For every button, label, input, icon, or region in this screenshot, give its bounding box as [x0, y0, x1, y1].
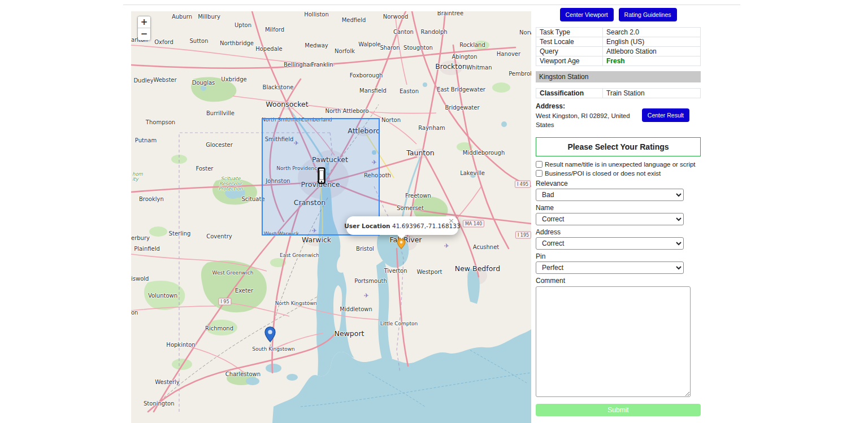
table-row: Task Type Search 2.0: [536, 28, 701, 37]
phone-marker-icon[interactable]: [318, 167, 326, 184]
map-place-label: Sharon: [380, 45, 400, 51]
map-place-label: Brooklyn: [139, 196, 164, 202]
map-place-label: Portsmouth: [354, 278, 387, 284]
map-place-label: Taunton: [406, 149, 435, 157]
result-pin-marker[interactable]: [264, 326, 276, 342]
map-place-label: iswold: [131, 276, 149, 282]
rating-guidelines-button[interactable]: Rating Guidelines: [619, 8, 677, 21]
map-place-label: Fall River: [389, 236, 422, 244]
address-select[interactable]: Correct: [536, 237, 684, 250]
zoom-out-button[interactable]: −: [138, 28, 150, 40]
map-place-label: ity: [132, 176, 138, 182]
name-label: Name: [536, 204, 701, 212]
map-place-label: Uxbridge: [221, 76, 246, 82]
map-place-label: Rockland: [459, 42, 485, 48]
map-place-label: Charlestown: [225, 371, 261, 377]
map-place-label: Pembrok: [509, 71, 531, 77]
table-row: Test Locale English (US): [536, 37, 701, 47]
road-shield-label: I 195: [515, 232, 531, 239]
comment-textarea[interactable]: [536, 286, 691, 397]
closed-poi-checkbox[interactable]: [536, 170, 542, 177]
table-row: Viewport Age Fresh: [536, 56, 701, 66]
map-place-label: Franklin: [311, 62, 333, 68]
center-viewport-button[interactable]: Center Viewport: [560, 8, 614, 21]
map-place-label: New Bedford: [455, 264, 500, 273]
map-place-label: Norfolk: [335, 48, 355, 54]
map-place-label: Norw: [519, 29, 531, 36]
info-label: Viewport Age: [536, 56, 603, 66]
submit-button[interactable]: Submit: [536, 404, 701, 416]
map-place-label: Medfield: [342, 17, 366, 23]
rating-panel: Center Viewport Rating Guidelines Task T…: [536, 8, 701, 416]
pin-select[interactable]: Perfect: [536, 261, 684, 274]
popup-title: User Location: [344, 223, 390, 229]
map-place-label: Bridgewater: [445, 104, 479, 111]
map-place-label: Burrillville: [206, 110, 235, 116]
map-place-label: Richmond: [205, 325, 233, 332]
map-place-label: Raynham: [418, 125, 445, 131]
map-place-label: Hanover: [497, 51, 520, 57]
map-place-label: Norton: [381, 117, 401, 123]
map-place-label: Westport: [416, 269, 442, 275]
relevance-label: Relevance: [536, 180, 701, 187]
map-place-label: Norwood: [383, 14, 408, 20]
closed-poi-checkbox-row[interactable]: Business/POI is closed or does not exist: [536, 170, 701, 177]
map-place-label: North Attleboro: [325, 108, 368, 114]
map-place-label: Woonsocket: [266, 100, 308, 108]
map-place-label: Dudley: [133, 77, 153, 84]
map-place-label: Thompson: [146, 119, 175, 125]
map-place-label: Somerset: [397, 205, 424, 211]
map-place-label: Warwick: [302, 236, 331, 244]
info-label: Query: [536, 47, 603, 56]
map[interactable]: AuburnMillburyHollistonMedfieldNorwoodBr…: [131, 11, 531, 423]
zoom-in-button[interactable]: +: [138, 16, 150, 28]
map-place-label: Northbridge: [220, 40, 254, 46]
map-place-label: Lakeville: [460, 170, 485, 176]
map-place-label: Sutton: [190, 38, 209, 44]
page: AuburnMillburyHollistonMedfieldNorwoodBr…: [0, 0, 868, 423]
map-place-label: Voluntown: [148, 293, 177, 299]
map-place-label: Sterling: [169, 230, 191, 237]
popup-close-icon[interactable]: ×: [448, 217, 454, 224]
pin-label: Pin: [536, 252, 701, 260]
map-place-label: Freetown: [405, 193, 431, 199]
popup-text: User Location 41.693967,-71.168133: [338, 223, 466, 229]
classification-label: Classification: [536, 89, 603, 98]
map-place-label: West Greenwich: [212, 270, 254, 276]
map-place-label: Stoughton: [403, 45, 433, 51]
user-location-popup: User Location 41.693967,-71.168133 ×: [346, 216, 458, 235]
zoom-control: + −: [137, 16, 151, 41]
table-row: Query Attleboro Station: [536, 47, 701, 56]
map-place-label: Exeter: [235, 287, 253, 294]
classification-table: Classification Train Station: [536, 88, 701, 98]
map-place-label: on: [131, 309, 138, 316]
relevance-select[interactable]: Bad: [536, 189, 684, 201]
map-place-label: Hopedale: [255, 46, 283, 52]
map-place-label: Holliston: [304, 11, 329, 18]
map-place-label: Glocester: [206, 142, 233, 148]
map-place-label: Plainfield: [134, 246, 160, 252]
map-place-label: Newport: [335, 329, 364, 338]
map-place-label: Millbury: [198, 14, 220, 20]
map-place-label: erbury: [131, 235, 150, 241]
top-divider: [123, 5, 740, 5]
center-result-button[interactable]: Center Result: [642, 108, 689, 122]
map-place-label: Easton: [400, 88, 419, 94]
panel-button-row: Center Viewport Rating Guidelines: [536, 8, 701, 21]
map-place-label: Little Compton: [380, 321, 418, 326]
map-place-label: Brockton: [435, 62, 467, 71]
map-place-label: North Kingstown: [275, 300, 318, 306]
map-place-label: Walpole: [358, 41, 381, 47]
address-row: Address: West Kingston, RI 02892, United…: [536, 102, 701, 129]
address-block: Address: West Kingston, RI 02892, United…: [536, 102, 642, 129]
unexpected-language-checkbox[interactable]: [536, 161, 542, 168]
name-select[interactable]: Correct: [536, 213, 684, 225]
user-location-marker[interactable]: [397, 238, 406, 249]
map-place-label: Stonington: [144, 400, 175, 407]
unexpected-language-checkbox-row[interactable]: Result name/title is in unexpected langu…: [536, 161, 701, 168]
map-place-label: Auburn: [172, 14, 192, 20]
map-place-label: Webster: [153, 77, 176, 83]
map-place-label: Middletown: [340, 306, 372, 312]
map-place-label: Medway: [305, 42, 328, 49]
map-place-label: Acushnet: [473, 244, 499, 250]
